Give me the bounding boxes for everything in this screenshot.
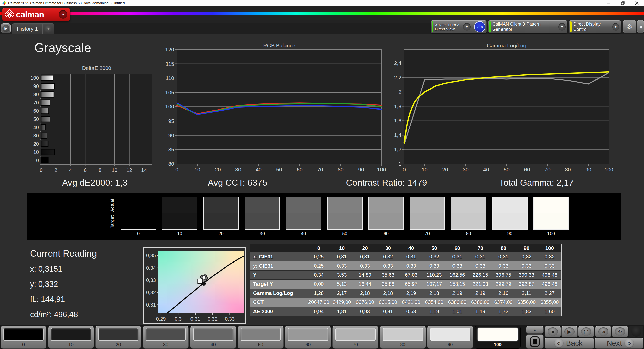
series-icon: [··] xyxy=(581,327,591,336)
pattern-level-label: 90 xyxy=(427,342,473,347)
row-label: x: CIE31 xyxy=(250,254,307,260)
add-tab-button[interactable]: + xyxy=(42,24,54,34)
pattern-swatch xyxy=(98,328,138,341)
svg-text:90: 90 xyxy=(585,167,591,172)
svg-text:Gamma Log/Log: Gamma Log/Log xyxy=(487,42,526,48)
svg-text:0,31: 0,31 xyxy=(146,302,156,308)
table-cell: 3,53 xyxy=(330,272,353,278)
single-measure-button[interactable]: ▶ xyxy=(561,326,578,337)
calman-logo-icon xyxy=(5,9,14,20)
pattern-level-button-50[interactable]: 50 xyxy=(238,326,284,349)
loop-measure-button[interactable]: ↻ xyxy=(612,326,628,337)
gear-icon: ⚙ xyxy=(627,23,632,31)
target-label: Target xyxy=(110,213,115,231)
pattern-level-button-70[interactable]: 70 xyxy=(332,326,378,349)
pattern-level-button-0[interactable]: 0 xyxy=(1,326,46,349)
current-reading-title: Current Reading xyxy=(30,248,97,259)
svg-text:0: 0 xyxy=(40,167,42,173)
svg-text:6: 6 xyxy=(84,167,87,173)
pattern-swatch xyxy=(146,328,186,341)
table-cell: 0,31 xyxy=(469,254,492,260)
table-cell: 0,33 xyxy=(515,263,538,269)
svg-text:1,8: 1,8 xyxy=(394,103,401,109)
svg-text:0,31: 0,31 xyxy=(190,316,200,322)
tab-history-1[interactable]: History 1 + xyxy=(12,23,54,34)
column-header: 100 xyxy=(538,245,561,251)
table-cell: 0,33 xyxy=(353,263,376,269)
meter-dropdown[interactable]: X-Rite i1Pro 3Direct View ▼ 719 xyxy=(431,20,487,33)
table-cell: 0,32 xyxy=(538,254,561,260)
gamma-loglog-chart: Gamma Log/Log11,21,41,61,822,22,40102030… xyxy=(393,41,615,174)
pattern-level-label: 10 xyxy=(48,342,94,347)
pattern-generator-dropdown[interactable]: CalMAN Client 3 Pattern Generator ▼ xyxy=(488,20,567,33)
play-arrow-icon: ▶ xyxy=(2,25,9,32)
table-cell: 306,75 xyxy=(492,272,515,278)
svg-text:90: 90 xyxy=(168,132,174,138)
calman-menu-button[interactable]: calman ▼ xyxy=(2,8,70,21)
row-label: y: CIE31 xyxy=(250,263,307,269)
pattern-level-button-100[interactable]: 100 xyxy=(475,326,521,349)
window-controls xyxy=(602,0,644,6)
swatch-level-label: 20 xyxy=(203,231,239,236)
table-cell: 0,93 xyxy=(353,309,376,314)
svg-text:30: 30 xyxy=(33,133,39,138)
pattern-level-button-60[interactable]: 60 xyxy=(285,326,331,349)
column-header: 0 xyxy=(307,245,330,251)
svg-text:50: 50 xyxy=(504,167,509,172)
history-nav-button[interactable]: ▶ xyxy=(1,23,11,33)
pattern-level-button-90[interactable]: 90 xyxy=(427,326,473,349)
table-cell: 1,60 xyxy=(538,309,561,314)
continuous-measure-button[interactable]: ∞ xyxy=(595,326,611,337)
svg-text:80: 80 xyxy=(565,167,571,172)
pattern-swatch xyxy=(430,328,470,341)
svg-text:20: 20 xyxy=(33,141,39,147)
table-cell: 2,18 xyxy=(423,290,446,296)
back-button[interactable]: « Back xyxy=(545,338,594,349)
target-swatch xyxy=(121,213,156,229)
collapse-panel-button[interactable]: ◀ xyxy=(637,20,644,33)
restore-button[interactable] xyxy=(616,0,630,6)
pattern-level-button-40[interactable]: 40 xyxy=(190,326,236,349)
stop-measure-button[interactable]: ■ xyxy=(545,326,561,337)
svg-text:70: 70 xyxy=(33,100,39,105)
close-icon[interactable] xyxy=(630,0,644,6)
table-cell: 35,88 xyxy=(376,281,399,287)
svg-text:0,34: 0,34 xyxy=(146,265,156,271)
table-row: ΔE 20000,941,810,930,810,631,191,011,191… xyxy=(250,307,561,316)
svg-text:10: 10 xyxy=(33,149,39,155)
pattern-swatch xyxy=(193,328,233,341)
table-cell: 0,33 xyxy=(423,263,446,269)
table-cell: 1,72 xyxy=(492,309,515,314)
svg-text:2,2: 2,2 xyxy=(394,75,401,80)
pattern-window-expand-button[interactable]: ▲ xyxy=(526,326,544,334)
table-cell: 299,79 xyxy=(492,281,515,287)
table-cell: 158,15 xyxy=(446,281,469,287)
svg-text:RGB Balance: RGB Balance xyxy=(263,42,295,48)
pattern-window-button[interactable] xyxy=(526,334,544,349)
stat-total-gamma: Total Gamma: 2,17 xyxy=(466,178,607,188)
minimize-button[interactable] xyxy=(602,0,616,6)
table-cell: 1,01 xyxy=(446,309,469,314)
next-button[interactable]: Next » xyxy=(595,338,643,349)
svg-text:0,32: 0,32 xyxy=(208,316,218,322)
pattern-level-button-30[interactable]: 30 xyxy=(143,326,189,349)
record-indicator-button[interactable] xyxy=(629,326,643,337)
rgb-balance-chart: RGB Balance80859095100105110115120010203… xyxy=(165,41,388,174)
display-control-dropdown[interactable]: Direct Display Control ▼ xyxy=(569,20,621,33)
swatch-level-0 xyxy=(121,197,156,230)
svg-text:2: 2 xyxy=(55,167,57,173)
settings-button[interactable]: ⚙ xyxy=(623,20,636,33)
svg-text:40: 40 xyxy=(256,167,261,172)
display-control-label: Direct Display Control xyxy=(573,21,612,32)
pattern-level-button-80[interactable]: 80 xyxy=(380,326,426,349)
svg-text:60: 60 xyxy=(524,167,530,172)
pattern-level-button-10[interactable]: 10 xyxy=(48,326,94,349)
svg-text:120: 120 xyxy=(165,47,174,52)
swatch-level-label: 70 xyxy=(410,231,445,236)
table-cell: 2,19 xyxy=(399,290,422,296)
series-measure-button[interactable]: [··] xyxy=(578,326,594,337)
spectrum-bar xyxy=(0,12,644,15)
pattern-swatch xyxy=(383,328,423,341)
table-cell: 496,48 xyxy=(538,281,561,287)
pattern-level-button-20[interactable]: 20 xyxy=(95,326,141,349)
